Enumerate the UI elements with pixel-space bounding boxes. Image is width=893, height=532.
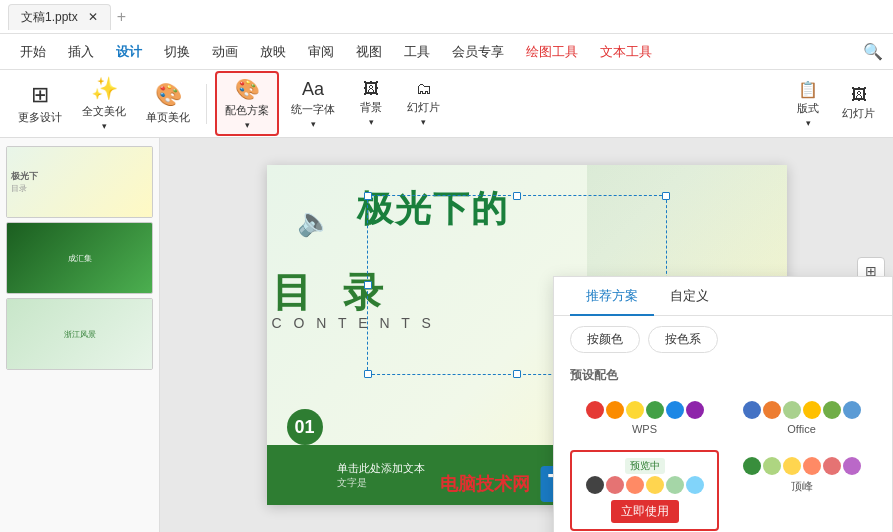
dot: [783, 457, 801, 475]
handle-tm[interactable]: [513, 192, 521, 200]
slide-thumb-2[interactable]: 成汇集: [6, 222, 153, 294]
add-slide-icon: 🖼: [851, 86, 867, 104]
unify-font-button[interactable]: Aa 统一字体 ▾: [283, 75, 343, 133]
peak-dots: [743, 457, 861, 475]
dot: [586, 401, 604, 419]
color-dropdown-tabs: 推荐方案 自定义: [554, 277, 892, 316]
color-scheme-label: 配色方案: [225, 103, 269, 118]
slide-thumb-3[interactable]: 浙江风景: [6, 298, 153, 370]
unify-font-label: 统一字体: [291, 102, 335, 117]
handle-bm[interactable]: [513, 370, 521, 378]
slide-thumb-1[interactable]: 极光下 目录: [6, 146, 153, 218]
page-beautify-label: 单页美化: [146, 110, 190, 125]
filter-by-series[interactable]: 按色系: [648, 326, 718, 353]
scheme-wps[interactable]: WPS: [570, 394, 719, 442]
mother-plate-icon: 🗂: [416, 80, 432, 98]
contents-text: C O N T E N T S: [272, 315, 435, 331]
office-dots: [743, 401, 861, 419]
menu-texttools[interactable]: 文本工具: [590, 39, 662, 65]
menu-design[interactable]: 设计: [106, 39, 152, 65]
dot: [686, 401, 704, 419]
menu-tools[interactable]: 工具: [394, 39, 440, 65]
menu-start[interactable]: 开始: [10, 39, 56, 65]
close-icon[interactable]: ✕: [88, 10, 98, 24]
unify-font-icon: Aa: [302, 79, 324, 100]
dot: [823, 457, 841, 475]
aurora-text: 极光下的: [357, 185, 509, 234]
slide-num-badge: 01: [287, 409, 323, 445]
menu-insert[interactable]: 插入: [58, 39, 104, 65]
dot: [763, 401, 781, 419]
main-area: 极光下 目录 成汇集 浙江风景 🔈 极光下的 目 录 C O N T E N T…: [0, 138, 893, 532]
format-button[interactable]: 📋 版式 ▾: [784, 76, 832, 132]
scheme-peak[interactable]: 顶峰: [727, 450, 876, 531]
filter-by-color[interactable]: 按颜色: [570, 326, 640, 353]
canvas-area: 🔈 极光下的 目 录 C O N T E N T S 01 单击此处添加文本 文…: [160, 138, 893, 532]
add-tab-button[interactable]: +: [117, 8, 126, 26]
background-button[interactable]: 🖼 背景 ▾: [347, 76, 395, 131]
full-beautify-button[interactable]: ✨ 全文美化 ▾: [74, 72, 134, 135]
dot: [743, 457, 761, 475]
menu-transition[interactable]: 切换: [154, 39, 200, 65]
menu-view[interactable]: 视图: [346, 39, 392, 65]
format-icon: 📋: [798, 80, 818, 99]
dot: [606, 476, 624, 494]
dot: [823, 401, 841, 419]
menu-bar: 开始 插入 设计 切换 动画 放映 审阅 视图 工具 会员专享 绘图工具 文本工…: [0, 34, 893, 70]
color-scheme-dropdown: 推荐方案 自定义 按颜色 按色系 预设配色: [553, 276, 893, 532]
mulu-text: 目 录: [272, 265, 393, 320]
separator-1: [206, 84, 207, 124]
search-icon[interactable]: 🔍: [863, 42, 883, 61]
dot: [646, 476, 664, 494]
volume-icon: 🔈: [297, 205, 332, 238]
dot: [666, 476, 684, 494]
toolbar-right: 📋 版式 ▾ 🖼 幻灯片: [784, 76, 883, 132]
wps-dots: [586, 401, 704, 419]
tab-custom[interactable]: 自定义: [654, 277, 725, 315]
add-slide-button[interactable]: 🖼 幻灯片: [834, 82, 883, 125]
slide-desc: 单击此处添加文本 文字是: [337, 461, 425, 490]
click-to-add: 文字是: [337, 476, 425, 490]
background-label: 背景: [360, 100, 382, 115]
color-schemes-grid: WPS Office 预览中: [554, 388, 892, 532]
mother-plate-label: 幻灯片: [407, 100, 440, 115]
tab-recommended[interactable]: 推荐方案: [570, 277, 654, 315]
watermark-site: 电脑技术网: [440, 472, 530, 496]
dot: [783, 401, 801, 419]
scheme-name-office: Office: [787, 423, 816, 435]
menu-drawtools[interactable]: 绘图工具: [516, 39, 588, 65]
title-bar-left: 文稿1.pptx ✕ +: [8, 4, 126, 30]
color-filter-row: 按颜色 按色系: [554, 316, 892, 363]
dot: [803, 457, 821, 475]
dot: [843, 401, 861, 419]
dot: [606, 401, 624, 419]
menu-animation[interactable]: 动画: [202, 39, 248, 65]
more-design-button[interactable]: ⊞ 更多设计: [10, 78, 70, 129]
chevron-down-icon: ▾: [102, 121, 107, 131]
use-now-button[interactable]: 立即使用: [611, 500, 679, 523]
background-icon: 🖼: [363, 80, 379, 98]
chevron-down-icon-5: ▾: [421, 117, 426, 127]
page-beautify-button[interactable]: 🎨 单页美化: [138, 78, 198, 129]
menu-review[interactable]: 审阅: [298, 39, 344, 65]
dot: [646, 401, 664, 419]
preview-tag: 预览中: [625, 458, 665, 474]
dot: [626, 476, 644, 494]
preset-label: 预设配色: [554, 363, 892, 388]
scheme-preview[interactable]: 预览中 立即使用: [570, 450, 719, 531]
dot: [763, 457, 781, 475]
color-scheme-button[interactable]: 🎨 配色方案 ▾: [215, 71, 279, 136]
menu-vip[interactable]: 会员专享: [442, 39, 514, 65]
more-design-label: 更多设计: [18, 110, 62, 125]
file-tab[interactable]: 文稿1.pptx ✕: [8, 4, 111, 30]
dot: [743, 401, 761, 419]
page-beautify-icon: 🎨: [155, 82, 182, 108]
handle-bl[interactable]: [364, 370, 372, 378]
full-beautify-icon: ✨: [91, 76, 118, 102]
mother-plate-button[interactable]: 🗂 幻灯片 ▾: [399, 76, 448, 131]
dot: [803, 401, 821, 419]
title-bar: 文稿1.pptx ✕ +: [0, 0, 893, 34]
chevron-down-icon-3: ▾: [311, 119, 316, 129]
menu-slideshow[interactable]: 放映: [250, 39, 296, 65]
scheme-office[interactable]: Office: [727, 394, 876, 442]
